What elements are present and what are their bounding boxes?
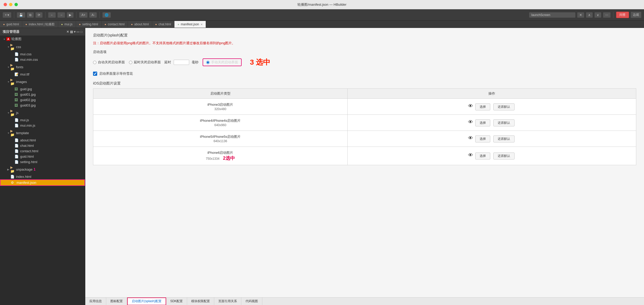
restore-button[interactable]: 还原默认 [493, 119, 515, 126]
tree-item-manifest-json[interactable]: ⚙manifest.json [0, 179, 85, 186]
save-button[interactable]: 💾 [17, 12, 25, 18]
radio-delay-item[interactable]: 延时关闭启动界面 延时 毫秒 [129, 60, 198, 65]
tree-item-mui-js[interactable]: 📄mui.js [0, 117, 85, 123]
bottom-tab-icons[interactable]: 图标配置 [106, 298, 127, 305]
tree-item-guid-html[interactable]: 📄guid.html [0, 154, 85, 159]
tree-item-chat-html[interactable]: 📄chat.html [0, 143, 85, 148]
preview-icon[interactable]: 👁 [468, 152, 473, 158]
preview-icon[interactable]: 👁 [468, 103, 473, 109]
tree-item-css[interactable]: ▾▶ 📁css [0, 42, 85, 51]
folder-arrow: ▾ [6, 80, 10, 83]
snowflake-checkbox[interactable] [93, 72, 97, 76]
sidebar-expand-icon[interactable]: □ [81, 30, 82, 34]
restore-button[interactable]: 还原默认 [493, 152, 515, 159]
select-button[interactable]: 选择 [475, 152, 490, 159]
bottom-tab-sdk[interactable]: SDK配置 [166, 298, 187, 305]
bottom-tab-permissions[interactable]: 模块权限配置 [187, 298, 214, 305]
tree-item-guid-jpg[interactable]: 🖼guid.jpg [0, 86, 85, 92]
tree-label: js [16, 111, 18, 115]
tree-item-template[interactable]: ▾▶ 📁template [0, 128, 85, 138]
tab-guid[interactable]: ●guid.html [0, 21, 22, 28]
tree-item-fonts[interactable]: ▾▶ 📁fonts [0, 62, 85, 72]
image-action-cell: 👁 选择 还原默认 [348, 131, 636, 147]
forward-button[interactable]: → [57, 12, 65, 18]
run-button[interactable]: ▶ [67, 12, 74, 18]
radio-auto-item[interactable]: 自动关闭启动界面 [93, 60, 125, 65]
maximize-button[interactable] [14, 3, 18, 6]
tree-item-about-html[interactable]: 📄about.html [0, 138, 85, 143]
restore-button[interactable]: 还原默认 [493, 135, 515, 142]
tree-item-guid01-jpg[interactable]: 🖼guid01.jpg [0, 92, 85, 97]
tree-item-index-html[interactable]: 📄index.html [0, 174, 85, 179]
tree-label: guid.jpg [20, 87, 32, 91]
tree-item-unpackage[interactable]: ▶▶ 📁unpackage1 [0, 165, 85, 174]
tab-about[interactable]: ●about.html [128, 21, 152, 28]
tree-item-mui-min-js[interactable]: 📄mui.min.js [0, 123, 85, 128]
titlebar: 轮播图/manifest.json — HBuilder [0, 0, 644, 9]
tab-index[interactable]: ●index.html | 轮播图 [22, 21, 58, 28]
tree-label: chat.html [20, 144, 34, 148]
sidebar-layout-icon[interactable]: ▤ [70, 30, 73, 34]
bottom-tab-splash[interactable]: 启动图片(splash)配置 [127, 298, 166, 305]
tree-item-contact-html[interactable]: 📄contact.html [0, 148, 85, 154]
tree-item-js[interactable]: ▾▶ 📁js [0, 108, 85, 117]
select-button[interactable]: 选择 [475, 135, 490, 142]
sidebar-collapse-icon[interactable]: — [76, 30, 80, 34]
clear-search-button[interactable]: ✕ [577, 12, 584, 18]
image-type-cell: iPhone3启动图片320x480 [93, 99, 348, 115]
tree-root[interactable]: ▾ A 轮播图 [0, 36, 85, 42]
refresh-button[interactable]: ⟳ [35, 12, 43, 18]
warning-text: 注：启动图片必须使用png格式的图片。不支持其他格式的图片通过修改后缀名得到的p… [93, 41, 636, 45]
qa-button[interactable]: 问答 [616, 12, 629, 18]
tree-item-mui-min-css[interactable]: 📄mui.min.css [0, 57, 85, 62]
root-badge: A [6, 37, 10, 41]
tree-item-images[interactable]: ▾▶ 📁images [0, 77, 85, 86]
delay-input[interactable] [174, 60, 189, 65]
close-button[interactable] [4, 3, 7, 6]
font-smaller-button[interactable]: A- [89, 12, 97, 18]
tree-label: guid.html [20, 155, 34, 158]
new-button[interactable]: + ▾ [3, 12, 11, 18]
back-button[interactable]: ← [48, 12, 56, 18]
radio-manual-item[interactable]: 手动关闭启动界面 [203, 58, 242, 66]
bottom-tab-codeview[interactable]: 代码视图 [241, 298, 262, 305]
sidebar-arrow-icon[interactable]: ▾ [74, 30, 75, 34]
bottom-tab-references[interactable]: 页面引用关系 [214, 298, 241, 305]
tab-chat[interactable]: ●chat.html [152, 21, 174, 28]
select-button[interactable]: 选择 [475, 103, 490, 110]
search-down-button[interactable]: ∨ [594, 12, 601, 18]
bottom-tabbar: 应用信息图标配置启动图片(splash)配置SDK配置模块权限配置页面引用关系代… [85, 297, 644, 305]
search-input[interactable] [529, 12, 576, 18]
tab-mui[interactable]: ●mui.js [58, 21, 76, 28]
minimize-button[interactable] [9, 3, 12, 6]
root-arrow: ▾ [2, 38, 6, 41]
tree-label: guid03.jpg [20, 103, 36, 107]
tab-setting[interactable]: ●setting.html [76, 21, 102, 28]
tree-item-guid02-jpg[interactable]: 🖼guid02.jpg [0, 97, 85, 103]
radio-delay-input[interactable] [129, 61, 132, 64]
radio-manual-input[interactable] [206, 61, 210, 64]
preview-icon[interactable]: 👁 [468, 119, 473, 125]
side-button[interactable]: 边观 [631, 12, 641, 18]
tree-item-setting-html[interactable]: 📄setting.html [0, 159, 85, 165]
tab-contact[interactable]: ●contact.html [102, 21, 128, 28]
tab-manifest[interactable]: ●manifest.json✕ [174, 21, 206, 28]
tab-close-manifest[interactable]: ✕ [201, 23, 203, 26]
sidebar-header-title: 项目管理器 [3, 29, 19, 34]
copy-button[interactable]: ⧉ [27, 12, 34, 18]
select-button[interactable]: 选择 [475, 119, 490, 126]
radio-auto-input[interactable] [93, 61, 96, 64]
search-up-button[interactable]: ∧ [586, 12, 593, 18]
browser-button[interactable]: 🌐 [102, 12, 111, 18]
toolbar-separator-4 [99, 12, 100, 18]
preview-icon[interactable]: 👁 [468, 135, 473, 141]
restore-button[interactable]: 还原默认 [493, 103, 515, 110]
bottom-tab-appinfo[interactable]: 应用信息 [85, 298, 106, 305]
table-row: iPhone5/iPhone5s启动图片640x1136 👁 选择 还原默认 [93, 131, 636, 147]
tree-item-mui-css[interactable]: 📄mui.css [0, 51, 85, 57]
font-larger-button[interactable]: A+ [79, 12, 88, 18]
sidebar-close-icon[interactable]: ✕ [66, 30, 69, 34]
tree-item-guid03-jpg[interactable]: 🖼guid03.jpg [0, 103, 85, 108]
tree-item-mui-ttf[interactable]: 📝mui.ttf [0, 72, 85, 77]
search-options-button[interactable]: ⋯ [603, 12, 611, 18]
